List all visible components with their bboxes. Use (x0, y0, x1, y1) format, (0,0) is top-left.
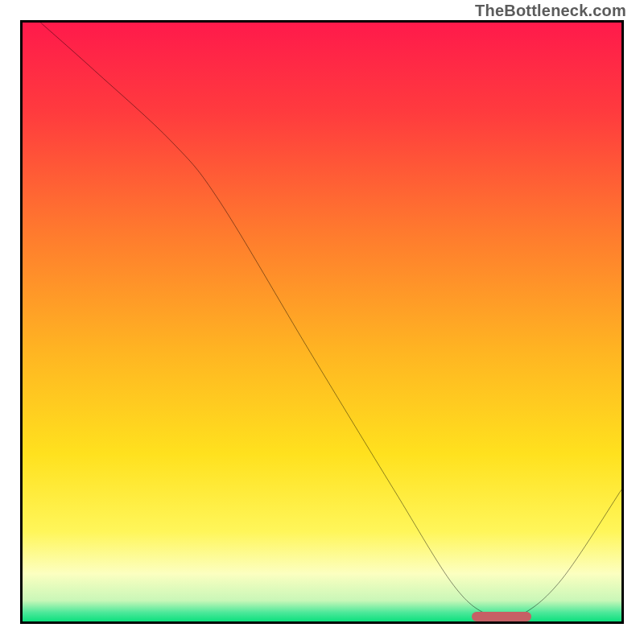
bottleneck-curve (23, 23, 621, 621)
watermark-text: TheBottleneck.com (475, 2, 626, 20)
chart-frame: TheBottleneck.com (0, 0, 644, 644)
optimal-range-marker (472, 612, 531, 621)
plot-area (20, 20, 624, 624)
